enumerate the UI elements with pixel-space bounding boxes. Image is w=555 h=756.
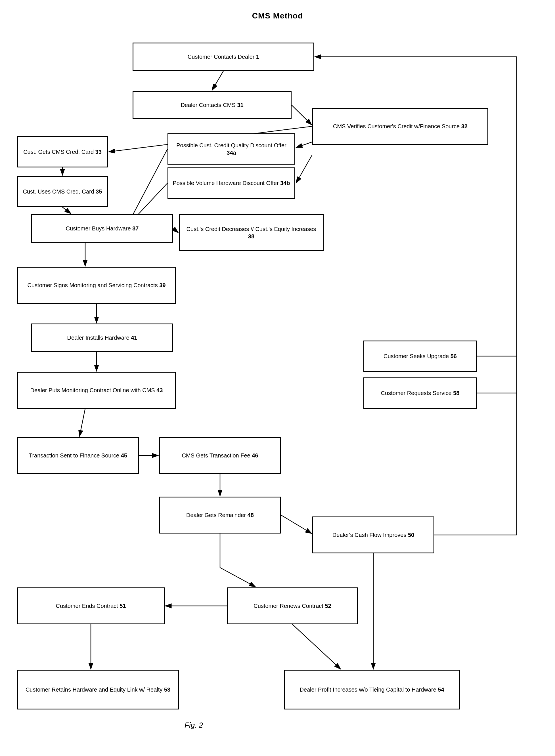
fig-label: Fig. 2 [184, 721, 203, 729]
box-label-b50: Dealer's Cash Flow Improves 50 [333, 531, 414, 539]
box-b46: CMS Gets Transaction Fee 46 [159, 437, 281, 474]
box-b54: Dealer Profit Increases w/o Tieing Capit… [284, 670, 460, 709]
box-label-b33: Cust. Gets CMS Cred. Card 33 [23, 148, 102, 155]
box-label-b48: Dealer Gets Remainder 48 [186, 512, 254, 519]
svg-line-1 [212, 71, 223, 90]
box-b32: CMS Verifies Customer's Credit w/Finance… [312, 108, 488, 145]
box-label-b54: Dealer Profit Increases w/o Tieing Capit… [299, 686, 444, 693]
box-label-b38: Cust.'s Credit Decreases // Cust.'s Equi… [183, 225, 319, 240]
box-b1: Customer Contacts Dealer 1 [133, 43, 314, 71]
box-b51: Customer Ends Contract 51 [17, 587, 165, 624]
box-b39: Customer Signs Monitoring and Servicing … [17, 267, 176, 304]
box-b58: Customer Requests Service 58 [364, 377, 477, 409]
page-title: CMS Method [0, 0, 555, 20]
box-b45: Transaction Sent to Finance Source 45 [17, 437, 139, 474]
box-label-b39: Customer Signs Monitoring and Servicing … [28, 281, 166, 289]
box-label-b32: CMS Verifies Customer's Credit w/Finance… [333, 123, 468, 130]
box-label-b34a: Possible Cust. Credit Quality Discount O… [172, 142, 291, 157]
box-b48: Dealer Gets Remainder 48 [159, 497, 281, 534]
svg-line-10 [173, 228, 178, 233]
box-label-b34b: Possible Volume Hardware Discount Offer … [173, 179, 290, 187]
box-b52: Customer Renews Contract 52 [227, 587, 358, 624]
box-label-b56: Customer Seeks Upgrade 56 [384, 352, 457, 360]
box-label-b45: Transaction Sent to Finance Source 45 [29, 452, 127, 459]
svg-line-5 [296, 155, 312, 183]
box-label-b1: Customer Contacts Dealer 1 [188, 53, 259, 60]
box-label-b53: Customer Retains Hardware and Equity Lin… [26, 686, 170, 693]
diagram-container: CMS Method [0, 0, 555, 756]
box-label-b51: Customer Ends Contract 51 [56, 602, 126, 610]
box-b41: Dealer Installs Hardware 41 [31, 323, 173, 352]
svg-line-22 [292, 624, 341, 669]
svg-line-2 [292, 105, 312, 125]
box-label-b46: CMS Gets Transaction Fee 46 [182, 452, 258, 459]
box-label-b58: Customer Requests Service 58 [381, 389, 460, 397]
svg-line-19 [220, 568, 256, 587]
box-label-b37: Customer Buys Hardware 37 [66, 225, 139, 232]
box-label-b52: Customer Renews Contract 52 [254, 602, 331, 610]
svg-line-14 [80, 409, 85, 437]
box-b35: Cust. Uses CMS Cred. Card 35 [17, 176, 108, 207]
svg-line-9 [62, 207, 71, 214]
box-label-b43: Dealer Puts Monitoring Contract Online w… [30, 387, 163, 394]
box-label-b35: Cust. Uses CMS Cred. Card 35 [23, 188, 102, 195]
svg-line-17 [281, 515, 312, 534]
box-b37: Customer Buys Hardware 37 [31, 214, 173, 242]
box-b56: Customer Seeks Upgrade 56 [364, 341, 477, 372]
box-b38: Cust.'s Credit Decreases // Cust.'s Equi… [179, 214, 324, 251]
box-b34b: Possible Volume Hardware Discount Offer … [168, 168, 295, 198]
box-label-b41: Dealer Installs Hardware 41 [67, 334, 137, 341]
box-b43: Dealer Puts Monitoring Contract Online w… [17, 372, 176, 409]
box-b53: Customer Retains Hardware and Equity Lin… [17, 670, 179, 709]
box-b33: Cust. Gets CMS Cred. Card 33 [17, 136, 108, 168]
box-b50: Dealer's Cash Flow Improves 50 [312, 517, 434, 553]
box-label-b31: Dealer Contacts CMS 31 [180, 101, 243, 109]
box-b34a: Possible Cust. Credit Quality Discount O… [168, 133, 295, 165]
box-b31: Dealer Contacts CMS 31 [133, 91, 292, 119]
svg-line-4 [296, 142, 312, 147]
